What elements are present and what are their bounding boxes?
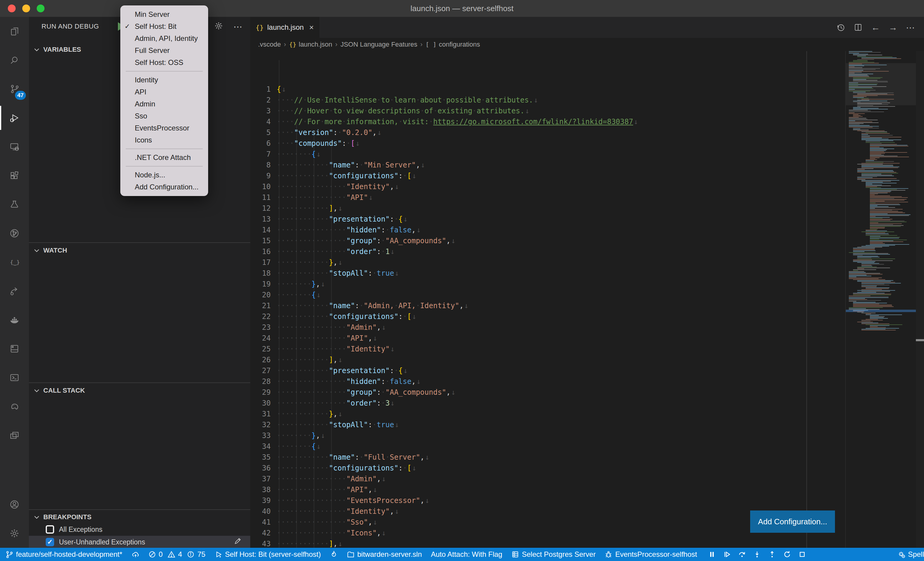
- activity-remote-explorer-icon[interactable]: [0, 132, 29, 161]
- status-flame[interactable]: [330, 551, 338, 558]
- step-out-icon[interactable]: [768, 550, 776, 559]
- checkbox-unchecked[interactable]: [46, 525, 54, 534]
- status-select-postgres-server[interactable]: Select Postgres Server: [512, 550, 596, 559]
- info-icon: [187, 551, 195, 558]
- timeline-history-icon[interactable]: [836, 23, 845, 32]
- code-line: 9············"configurations":·[↓: [250, 171, 804, 181]
- debug-settings-gear-icon[interactable]: [214, 21, 223, 31]
- continue-icon[interactable]: [723, 550, 731, 559]
- restart-icon[interactable]: [783, 550, 791, 559]
- editor-ruler-line: [806, 51, 807, 548]
- activity-terminal-icon[interactable]: [0, 363, 29, 392]
- split-editor-icon[interactable]: [854, 23, 862, 32]
- line-number: 9: [250, 171, 271, 181]
- activity-extensions-icon[interactable]: [0, 161, 29, 190]
- menu-item-net-core-attach[interactable]: .NET Core Attach: [120, 151, 208, 163]
- menu-item-eventsprocessor[interactable]: EventsProcessor: [120, 122, 208, 134]
- pause-icon[interactable]: [708, 550, 716, 559]
- activity-explorer-icon[interactable]: [0, 17, 29, 46]
- debug-play-icon: [214, 551, 222, 558]
- navigate-forward-icon[interactable]: →: [888, 22, 897, 33]
- status-problems[interactable]: 0475: [148, 550, 206, 559]
- status-eventsprocessor-selfhost[interactable]: EventsProcessor-selfhost: [604, 550, 697, 559]
- breadcrumb-item[interactable]: {}launch.json: [289, 40, 332, 48]
- breadcrumb-item[interactable]: .vscode: [258, 40, 281, 48]
- menu-item-icons[interactable]: Icons: [120, 134, 208, 146]
- bug-icon: [604, 551, 612, 558]
- edit-pencil-icon[interactable]: [233, 537, 242, 547]
- status-bitwarden-server-sln[interactable]: bitwarden-server.sln: [347, 550, 422, 559]
- menu-item-admin-api-identity[interactable]: Admin, API, Identity: [120, 33, 208, 45]
- step-over-icon[interactable]: [738, 550, 746, 559]
- status-self-host-bit-server-selfhost[interactable]: Self Host: Bit (server-selfhost): [214, 550, 321, 559]
- status-cloud-upload[interactable]: [132, 551, 139, 558]
- close-window-button[interactable]: [8, 4, 16, 12]
- more-actions-icon[interactable]: ⋯: [233, 21, 242, 32]
- menu-item-self-host-bit[interactable]: ✓Self Host: Bit: [120, 21, 208, 33]
- activity-docker-icon[interactable]: [0, 305, 29, 334]
- activity-brackets-icon[interactable]: {‿}: [0, 248, 29, 277]
- breadcrumb-item[interactable]: [ ]configurations: [426, 40, 480, 48]
- code-line: 3····//·Hover·to·view·descriptions·of·ex…: [250, 106, 804, 116]
- gear-sync-icon: [897, 551, 905, 558]
- activity-storage-icon[interactable]: [0, 334, 29, 363]
- menu-item-identity[interactable]: Identity: [120, 74, 208, 86]
- add-configuration-button[interactable]: Add Configuration...: [750, 510, 835, 533]
- array-symbol-icon: [ ]: [426, 41, 436, 48]
- status-warning-count[interactable]: 4: [168, 550, 182, 559]
- activity-search-icon[interactable]: [0, 46, 29, 75]
- editor-region[interactable]: {} launch.json × ← → ⋯ .vscode›{}launch.…: [250, 17, 924, 548]
- watch-section-header[interactable]: WATCH: [29, 244, 250, 257]
- activity-settings-icon[interactable]: [0, 519, 29, 548]
- code-line: 25················"Identity"↓: [250, 344, 804, 355]
- menu-item-admin[interactable]: Admin: [120, 98, 208, 110]
- activity-postgres-icon[interactable]: [0, 392, 29, 421]
- menu-item-node-js[interactable]: Node.js...: [120, 169, 208, 181]
- status-branch[interactable]: feature/self-hosted-development*: [5, 550, 122, 559]
- overview-ruler[interactable]: [916, 51, 924, 548]
- stop-icon[interactable]: [798, 550, 806, 559]
- code-line: 12············],↓: [250, 203, 804, 214]
- line-number: 17: [250, 257, 271, 268]
- breakpoints-section-header[interactable]: BREAKPOINTS: [29, 510, 250, 524]
- breadcrumb[interactable]: .vscode›{}launch.json›JSON Language Feat…: [250, 38, 924, 51]
- activity-account-icon[interactable]: [0, 490, 29, 519]
- status-info-count[interactable]: 75: [187, 550, 206, 559]
- menu-item-sso[interactable]: Sso: [120, 110, 208, 122]
- status-auto-attach-with-flag[interactable]: Auto Attach: With Flag: [431, 550, 502, 559]
- breakpoint-user-unhandled[interactable]: ✓ User-Unhandled Exceptions: [29, 536, 250, 548]
- menu-item-add-configuration[interactable]: Add Configuration...: [120, 181, 208, 193]
- folder-icon: [347, 551, 355, 558]
- tab-close-icon[interactable]: ×: [309, 23, 314, 32]
- breakpoint-all-exceptions[interactable]: All Exceptions: [29, 523, 250, 536]
- editor-more-actions-icon[interactable]: ⋯: [906, 22, 915, 33]
- breadcrumb-item[interactable]: JSON Language Features: [340, 40, 417, 48]
- menu-item-self-host-oss[interactable]: Self Host: OSS: [120, 57, 208, 69]
- zoom-window-button[interactable]: [37, 4, 45, 12]
- code-editor[interactable]: 1{↓2····//·Use·IntelliSense·to·learn·abo…: [250, 51, 924, 548]
- activity-run-debug-icon[interactable]: [0, 103, 29, 132]
- navigate-back-icon[interactable]: ←: [871, 22, 880, 33]
- breadcrumb-separator: ›: [420, 40, 423, 48]
- menu-item-full-server[interactable]: Full Server: [120, 45, 208, 57]
- menu-item-min-server[interactable]: Min Server: [120, 8, 208, 21]
- minimize-window-button[interactable]: [22, 4, 30, 12]
- activity-source-control-icon[interactable]: 47: [0, 75, 29, 103]
- status-spell-checker[interactable]: Spell: [897, 550, 924, 559]
- line-number: 14: [250, 224, 271, 235]
- minimap[interactable]: [845, 51, 916, 548]
- menu-item-api[interactable]: API: [120, 86, 208, 98]
- step-into-icon[interactable]: [753, 550, 761, 559]
- activity-live-share-icon[interactable]: [0, 277, 29, 305]
- line-number: 21: [250, 300, 271, 311]
- overview-ruler-marker: [916, 339, 924, 341]
- code-line: 6····"compounds":·[↓: [250, 138, 804, 149]
- activity-testing-icon[interactable]: [0, 190, 29, 219]
- window-controls[interactable]: [8, 4, 45, 12]
- checkbox-checked[interactable]: ✓: [46, 538, 54, 546]
- status-error-count[interactable]: 0: [148, 550, 163, 559]
- activity-git-graph-icon[interactable]: [0, 219, 29, 248]
- tab-launch-json[interactable]: {} launch.json ×: [250, 17, 320, 38]
- activity-panels-icon[interactable]: [0, 421, 29, 450]
- call-stack-section-header[interactable]: CALL STACK: [29, 384, 250, 397]
